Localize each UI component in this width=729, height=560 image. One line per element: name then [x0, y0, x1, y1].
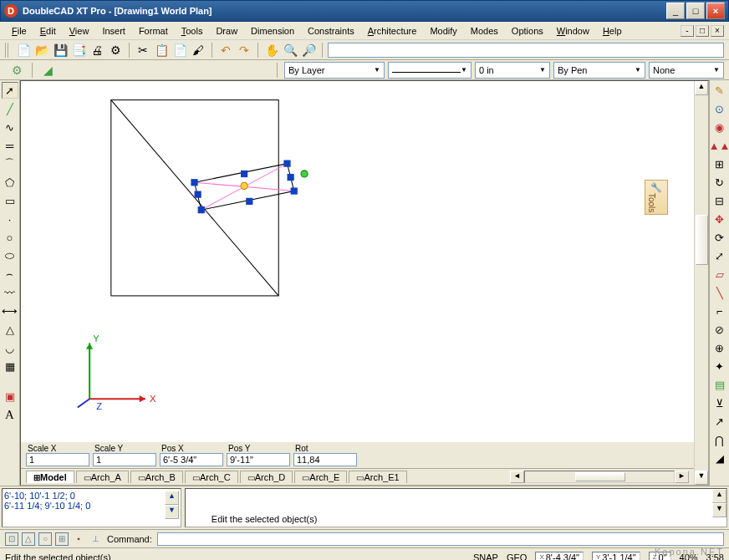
- spline-tool-icon[interactable]: 〰: [2, 284, 18, 301]
- scalex-input[interactable]: [26, 453, 89, 466]
- point-tool-icon[interactable]: ·: [2, 211, 18, 227]
- scroll-right-button[interactable]: ►: [675, 471, 689, 483]
- arc-tool-icon[interactable]: ⌢: [2, 266, 18, 283]
- convert-icon[interactable]: ◢: [711, 450, 728, 466]
- mirror-icon[interactable]: ▲▲: [711, 137, 728, 154]
- circle-tool-icon[interactable]: ○: [2, 229, 18, 246]
- snap-mid-icon[interactable]: △: [22, 532, 35, 546]
- menu-edit[interactable]: Edit: [33, 24, 63, 38]
- scale-icon[interactable]: ⤢: [711, 247, 728, 264]
- line-tool-icon[interactable]: ╱: [2, 100, 18, 117]
- cmd-scroll-down[interactable]: ▼: [712, 503, 726, 517]
- geo-toggle[interactable]: GEO: [507, 552, 527, 561]
- scroll-thumb[interactable]: [575, 472, 625, 481]
- mdi-restore-button[interactable]: □: [696, 25, 709, 37]
- history-scroll-up[interactable]: ▲: [165, 491, 179, 505]
- snap-toggle[interactable]: SNAP: [473, 552, 498, 561]
- explode-icon[interactable]: ✦: [711, 358, 728, 374]
- command-input[interactable]: [157, 532, 724, 546]
- tab-arch-b[interactable]: ▭ Arch_B: [130, 471, 183, 483]
- tab-arch-d[interactable]: ▭ Arch_D: [240, 471, 293, 483]
- save-icon[interactable]: 💾: [52, 42, 69, 59]
- menu-format[interactable]: Format: [132, 24, 175, 38]
- rotate-icon[interactable]: ⟳: [711, 229, 728, 246]
- history-scroll-down[interactable]: ▼: [165, 505, 179, 519]
- tab-model[interactable]: ⊞ Model: [26, 471, 74, 483]
- menu-constraints[interactable]: Constraints: [301, 24, 361, 38]
- undo-icon[interactable]: ↶: [217, 42, 234, 59]
- close-button[interactable]: ×: [706, 3, 725, 19]
- tab-arch-a[interactable]: ▭ Arch_A: [76, 471, 129, 483]
- gear-icon[interactable]: ⚙: [107, 42, 124, 59]
- posy-input[interactable]: [227, 453, 290, 466]
- construct-tool-icon[interactable]: △: [2, 321, 18, 338]
- open-icon[interactable]: 📂: [33, 42, 50, 59]
- fill-combo[interactable]: None▼: [649, 62, 724, 79]
- menu-help[interactable]: Help: [596, 24, 629, 38]
- toolbar-grip[interactable]: [5, 43, 10, 58]
- cmd-scroll-up[interactable]: ▲: [712, 489, 726, 503]
- palette-handle-icon[interactable]: 🔧: [647, 182, 665, 193]
- linetype-combo[interactable]: ▼: [388, 62, 472, 79]
- minimize-button[interactable]: _: [666, 3, 685, 19]
- print-icon[interactable]: 🖨: [89, 42, 105, 59]
- scroll-thumb[interactable]: [696, 215, 708, 265]
- copy-icon[interactable]: 📑: [70, 42, 87, 59]
- horizontal-scrollbar[interactable]: ◄ ►: [510, 471, 689, 483]
- maximize-button[interactable]: □: [686, 3, 705, 19]
- layers-icon[interactable]: ▤: [711, 376, 728, 393]
- scaley-input[interactable]: [93, 453, 156, 466]
- snap-endpoint-icon[interactable]: ⊡: [5, 532, 18, 546]
- edit-tool-icon[interactable]: ✎: [711, 82, 728, 99]
- scroll-down-button[interactable]: ▼: [695, 471, 708, 485]
- menu-file[interactable]: File: [5, 24, 33, 38]
- move-icon[interactable]: ✥: [711, 211, 728, 227]
- mdi-minimize-button[interactable]: -: [681, 25, 694, 37]
- split-icon[interactable]: ⊘: [711, 321, 728, 338]
- intersect-icon[interactable]: ⋂: [711, 431, 728, 448]
- chamfer-icon[interactable]: ⌐: [711, 303, 728, 319]
- fillet-tool-icon[interactable]: ◡: [2, 339, 18, 356]
- doubleline-tool-icon[interactable]: ═: [2, 137, 18, 154]
- quick-search-input[interactable]: [328, 43, 724, 58]
- scroll-left-button[interactable]: ◄: [510, 471, 524, 483]
- menu-view[interactable]: View: [63, 24, 96, 38]
- hatch-tool-icon[interactable]: ▦: [2, 358, 18, 374]
- mdi-close-button[interactable]: ×: [711, 25, 724, 37]
- polyline-tool-icon[interactable]: ∿: [2, 119, 18, 135]
- snap-intersect-icon[interactable]: ▪: [72, 532, 85, 546]
- menu-dimension[interactable]: Dimension: [244, 24, 301, 38]
- posx-input[interactable]: [160, 453, 223, 466]
- scroll-track[interactable]: [524, 471, 675, 483]
- command-output[interactable]: ▲▼ Edit the selected object(s) or specif…: [185, 488, 727, 527]
- drawing-canvas[interactable]: X Y Z ▲ ▼ 🔧 Tools Scale X Scale Y Pos X …: [20, 80, 709, 486]
- node-edit-icon[interactable]: ⊙: [711, 100, 728, 117]
- new-icon[interactable]: 📄: [15, 42, 32, 59]
- snap-center-icon[interactable]: ○: [38, 532, 52, 546]
- menu-insert[interactable]: Insert: [95, 24, 132, 38]
- penstyle-combo[interactable]: By Pen▼: [553, 62, 645, 79]
- offset-icon[interactable]: ◉: [711, 119, 728, 135]
- snap-grid-icon[interactable]: ⊞: [55, 532, 69, 546]
- redo-icon[interactable]: ↷: [236, 42, 252, 59]
- menu-modify[interactable]: Modify: [423, 24, 463, 38]
- scroll-up-button[interactable]: ▲: [695, 81, 708, 95]
- break-icon[interactable]: ⊻: [711, 395, 728, 411]
- transform-icon[interactable]: ↻: [711, 174, 728, 191]
- rot-input[interactable]: [293, 453, 357, 466]
- menu-modes[interactable]: Modes: [464, 24, 505, 38]
- clipboard-icon[interactable]: 📋: [153, 42, 170, 59]
- menu-architecture[interactable]: Architecture: [361, 24, 424, 38]
- snap-perp-icon[interactable]: ⊥: [89, 532, 102, 546]
- copy-array-icon[interactable]: ⊞: [711, 155, 728, 172]
- layer-icon[interactable]: ◢: [39, 62, 56, 79]
- cut-icon[interactable]: ✂: [135, 42, 151, 59]
- pan-icon[interactable]: ✋: [263, 42, 280, 59]
- tools-palette[interactable]: 🔧 Tools: [645, 180, 668, 215]
- text-tool-icon[interactable]: A: [2, 406, 18, 423]
- curve-tool-icon[interactable]: ⌒: [2, 155, 18, 172]
- layer-combo[interactable]: By Layer▼: [284, 62, 385, 79]
- tab-arch-c[interactable]: ▭ Arch_C: [185, 471, 238, 483]
- menu-tools[interactable]: Tools: [175, 24, 210, 38]
- menu-draw[interactable]: Draw: [209, 24, 244, 38]
